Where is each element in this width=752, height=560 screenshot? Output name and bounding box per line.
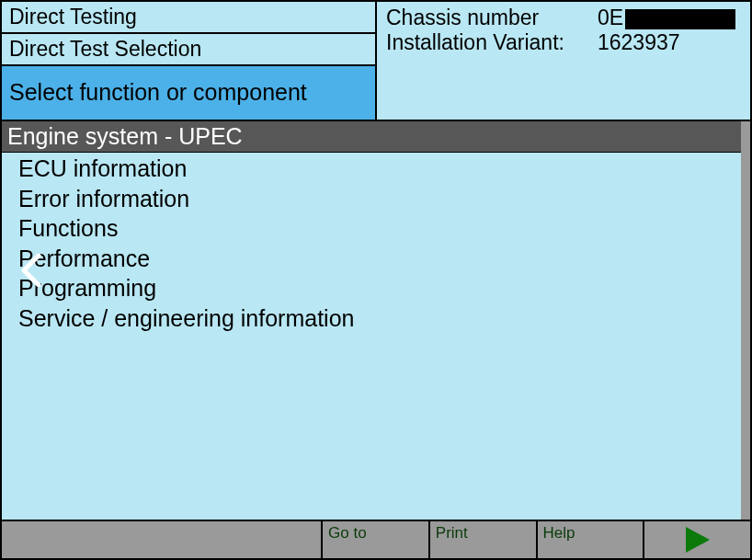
list-item[interactable]: Performance — [18, 245, 741, 275]
print-button[interactable]: Print — [428, 521, 536, 558]
list-item[interactable]: Error information — [18, 185, 741, 215]
goto-button[interactable]: Go to — [321, 521, 428, 558]
redacted-block — [625, 9, 735, 29]
header: Direct Testing Direct Test Selection Sel… — [2, 2, 750, 121]
variant-value: 1623937 — [598, 30, 741, 55]
breadcrumb-level-2[interactable]: Direct Test Selection — [2, 34, 375, 66]
proceed-button[interactable] — [643, 521, 750, 558]
chassis-row: Chassis number 0E — [386, 6, 741, 30]
variant-row: Installation Variant: 1623937 — [386, 30, 741, 55]
footer-toolbar: Go to Print Help — [2, 520, 750, 558]
variant-label: Installation Variant: — [386, 30, 598, 55]
breadcrumb-active: Select function or component — [2, 66, 375, 120]
app-window: Direct Testing Direct Test Selection Sel… — [0, 0, 752, 560]
list-item[interactable]: Service / engineering information — [18, 304, 741, 335]
breadcrumb: Direct Testing Direct Test Selection Sel… — [2, 2, 377, 120]
list-item[interactable]: Functions — [18, 214, 741, 245]
footer-spacer — [2, 521, 321, 558]
help-button[interactable]: Help — [536, 521, 644, 558]
section-title: Engine system - UPEC — [2, 121, 741, 153]
chassis-prefix: 0E — [598, 6, 623, 29]
chevron-left-icon[interactable] — [18, 254, 44, 287]
vehicle-info-panel: Chassis number 0E Installation Variant: … — [377, 2, 750, 120]
content-area: Engine system - UPEC ECU information Err… — [2, 121, 750, 520]
chassis-value: 0E — [598, 6, 741, 30]
play-icon — [686, 527, 710, 553]
list-item[interactable]: ECU information — [18, 154, 741, 185]
list-item[interactable]: Programming — [18, 274, 741, 304]
chassis-label: Chassis number — [386, 6, 598, 30]
function-list: ECU information Error information Functi… — [2, 153, 741, 334]
breadcrumb-level-1[interactable]: Direct Testing — [2, 2, 375, 34]
